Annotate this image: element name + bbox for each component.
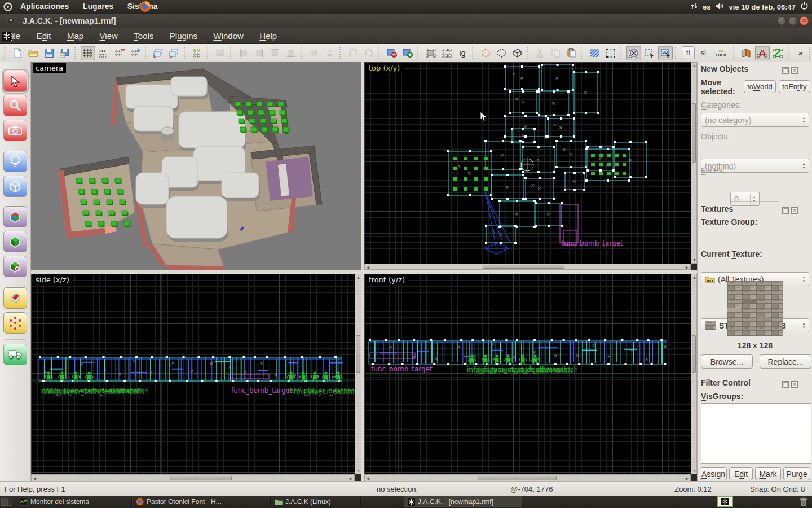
- viewport-camera-3d[interactable]: camera: [31, 62, 362, 270]
- flip-horizontal-button[interactable]: [307, 46, 321, 60]
- unhide-all-button[interactable]: [510, 46, 524, 60]
- face-edit-button[interactable]: [739, 46, 754, 60]
- uv-grid-button[interactable]: UV: [190, 46, 205, 60]
- ubuntu-logo-icon[interactable]: [3, 2, 12, 14]
- open-file-button[interactable]: [26, 46, 41, 60]
- menu-plugins[interactable]: Plugins: [163, 28, 204, 43]
- larger-grid-button[interactable]: [128, 46, 143, 60]
- cut-button[interactable]: [533, 46, 548, 60]
- texture-entity-cube-button[interactable]: [3, 206, 27, 227]
- combo-steppers-icon[interactable]: ▲▼: [800, 274, 807, 284]
- panel-close-icon[interactable]: ✕: [791, 381, 798, 388]
- taskbar-item-firefox[interactable]: Pastor Otoniel Font - H...: [132, 496, 271, 507]
- camera-tool-button[interactable]: [3, 120, 27, 141]
- edit-properties-button[interactable]: [213, 46, 228, 60]
- replace-button[interactable]: Replace...: [760, 354, 811, 369]
- panel-restore-icon[interactable]: ❐: [782, 207, 789, 214]
- viewport-front-yz[interactable]: front (y/z) ×××××××××××××××× func_bomb_t…: [364, 274, 691, 474]
- vertical-splitter[interactable]: [361, 274, 364, 481]
- edit-button[interactable]: Edit: [729, 467, 753, 480]
- horizontal-splitter[interactable]: [31, 270, 697, 274]
- viewport-side-xz[interactable]: side (x/z) ××××××××××××××××× info_player…: [31, 274, 355, 474]
- panel-menu-aplicaciones[interactable]: Aplicaciones: [15, 0, 74, 12]
- apply-texture-cube-button[interactable]: [3, 231, 27, 252]
- panel-restore-icon[interactable]: ❐: [782, 67, 789, 74]
- select-touching-button[interactable]: [626, 46, 641, 60]
- texture-application-button[interactable]: [588, 46, 602, 60]
- browse-button[interactable]: Browse...: [701, 354, 753, 369]
- copy-button[interactable]: [549, 46, 563, 60]
- group-button[interactable]: [423, 46, 438, 60]
- cordon-button[interactable]: [603, 46, 618, 60]
- toolbar-overflow-button[interactable]: »: [795, 47, 806, 59]
- window-titlebar[interactable]: J.A.C.K. - [newmap1.rmf] — ▢ ✕: [0, 14, 812, 28]
- carve-button[interactable]: [385, 46, 399, 60]
- selection-tool-button[interactable]: [3, 71, 27, 92]
- save-button[interactable]: [42, 46, 56, 60]
- purge-button[interactable]: Purge: [783, 467, 810, 480]
- combo-steppers-icon[interactable]: ▲▼: [800, 320, 807, 331]
- align-left-button[interactable]: [236, 46, 251, 60]
- assign-button[interactable]: Assign: [700, 467, 727, 480]
- smaller-grid-button[interactable]: [112, 46, 127, 60]
- tray-jack-icon[interactable]: [717, 496, 733, 508]
- edge-tool-button[interactable]: [771, 46, 785, 60]
- flip-vertical-button[interactable]: [323, 46, 337, 60]
- rotate-cw-button[interactable]: [361, 46, 376, 60]
- trash-icon[interactable]: [800, 497, 807, 508]
- toolbar-handle[interactable]: [809, 47, 812, 59]
- panel-restore-icon[interactable]: ❐: [782, 381, 789, 388]
- align-right-button[interactable]: [252, 46, 267, 60]
- combo-steppers-icon[interactable]: ▲▼: [800, 160, 807, 171]
- panel-close-icon[interactable]: ✕: [791, 67, 798, 74]
- menu-tools[interactable]: Tools: [127, 28, 160, 43]
- workspace-switcher-icon[interactable]: [1, 498, 12, 507]
- to-entity-button[interactable]: toEntity: [779, 80, 810, 93]
- ungroup-button[interactable]: [439, 46, 454, 60]
- maximize-button[interactable]: ▢: [788, 16, 797, 25]
- apply-decal-cube-button[interactable]: [3, 256, 27, 277]
- firefox-icon[interactable]: [139, 1, 151, 15]
- clip-tool-button[interactable]: [3, 287, 27, 309]
- block-tool-button[interactable]: [3, 176, 27, 197]
- hide-selected-button[interactable]: [478, 46, 493, 60]
- align-bottom-button[interactable]: [284, 46, 298, 60]
- close-button[interactable]: ✕: [800, 16, 809, 25]
- select-3d-button[interactable]: 3D: [658, 46, 673, 60]
- entity-tool-button[interactable]: [3, 151, 27, 172]
- save-window-state-button[interactable]: S: [167, 46, 182, 60]
- rotate-ccw-button[interactable]: [346, 46, 360, 60]
- menu-window[interactable]: Window: [206, 28, 250, 43]
- panel-menu-lugares[interactable]: Lugares: [77, 0, 119, 12]
- clock[interactable]: vie 10 de feb, 06:47: [729, 3, 796, 11]
- toolbar-handle[interactable]: [4, 47, 8, 59]
- to-world-button[interactable]: toWorld: [744, 80, 776, 93]
- hide-unselected-button[interactable]: [494, 46, 509, 60]
- vertex-tool-button[interactable]: [755, 46, 770, 60]
- select-inside-button[interactable]: [642, 46, 657, 60]
- vertical-splitter[interactable]: [361, 62, 364, 270]
- toggle-3d-grid-button[interactable]: 3D: [96, 46, 111, 60]
- spinner-steppers-icon[interactable]: ▲▼: [750, 194, 758, 204]
- menu-view[interactable]: View: [93, 28, 125, 43]
- paste-button[interactable]: [564, 46, 579, 60]
- side-horizontal-scrollbar[interactable]: ◀▶: [31, 474, 355, 481]
- new-file-button[interactable]: [10, 46, 25, 60]
- taskbar-item-file-manager[interactable]: J.A.C.K (Linux): [271, 496, 361, 507]
- network-arrows-icon[interactable]: [690, 2, 698, 12]
- texture-lock-button[interactable]: tl: [682, 46, 695, 59]
- toggle-grid-button[interactable]: [81, 46, 95, 60]
- load-window-state-button[interactable]: L: [151, 46, 166, 60]
- menu-help[interactable]: Help: [253, 28, 284, 43]
- viewport-top-xy[interactable]: top (x/y) ×××××××××××××××××××××××××××× f…: [364, 62, 691, 264]
- keyboard-layout-indicator[interactable]: es: [703, 3, 710, 11]
- menu-edit[interactable]: Edit: [30, 28, 58, 43]
- taskbar-item-system-monitor[interactable]: Monitor del sistema: [16, 496, 132, 507]
- mark-button[interactable]: Mark: [755, 467, 781, 480]
- uv-lock-button[interactable]: uvLOCK: [712, 46, 731, 60]
- ignore-groups-button[interactable]: ig: [455, 46, 470, 60]
- visgroups-listbox[interactable]: [701, 403, 811, 464]
- menu-map[interactable]: Map: [60, 28, 90, 43]
- side-vertical-scrollbar[interactable]: ▲▼: [355, 274, 361, 474]
- scale-lock-button[interactable]: sl: [697, 47, 710, 59]
